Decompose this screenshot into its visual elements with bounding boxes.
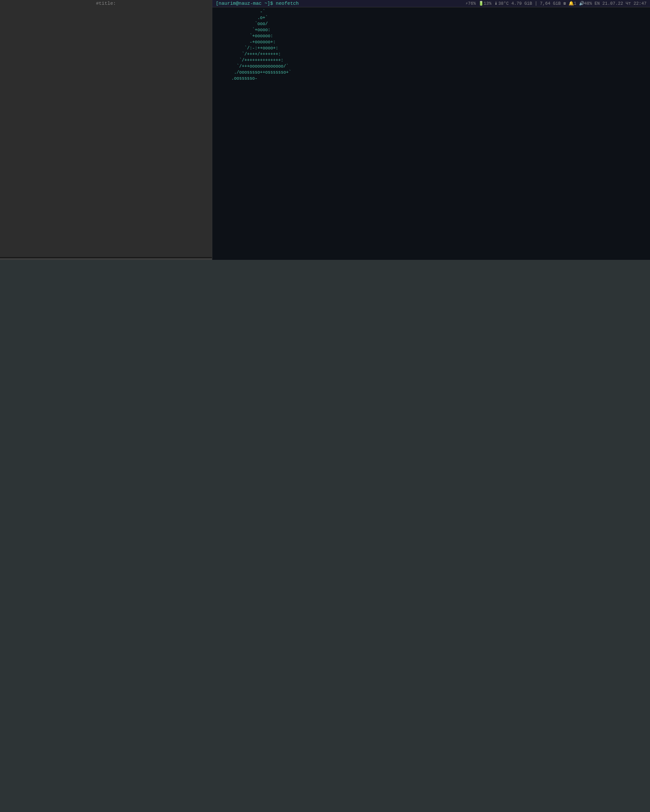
neofetch-ascii-art: -` .o+` `ooo/ `+oooo: `+oooooo: -+oooooo… bbox=[216, 9, 328, 258]
right-panel: [naurim@nauz-mac ~]$ neofetch ⚡76% 🔋13% … bbox=[212, 0, 650, 260]
terminal-content: -` .o+` `ooo/ `+oooo: `+oooooo: -+oooooo… bbox=[212, 7, 650, 260]
editor-titlebar: #title: bbox=[0, 0, 212, 257]
editor-status-bar bbox=[0, 259, 212, 260]
left-panel: #title: □ Xresources ▾ □ Bash ▾ □ openal… bbox=[0, 0, 212, 260]
terminal-prompt: [naurim@nauz-mac ~]$ neofetch bbox=[216, 1, 299, 6]
terminal-topbar-right: ⚡76% 🔋13% 🌡38°C 4.79 GiB | 7,64 GiB ☎ 🔔1… bbox=[465, 1, 647, 6]
terminal-titlebar: [naurim@nauz-mac ~]$ neofetch ⚡76% 🔋13% … bbox=[212, 0, 650, 7]
top-section: #title: □ Xresources ▾ □ Bash ▾ □ openal… bbox=[0, 0, 650, 260]
title-prefix: #title: bbox=[96, 1, 116, 6]
